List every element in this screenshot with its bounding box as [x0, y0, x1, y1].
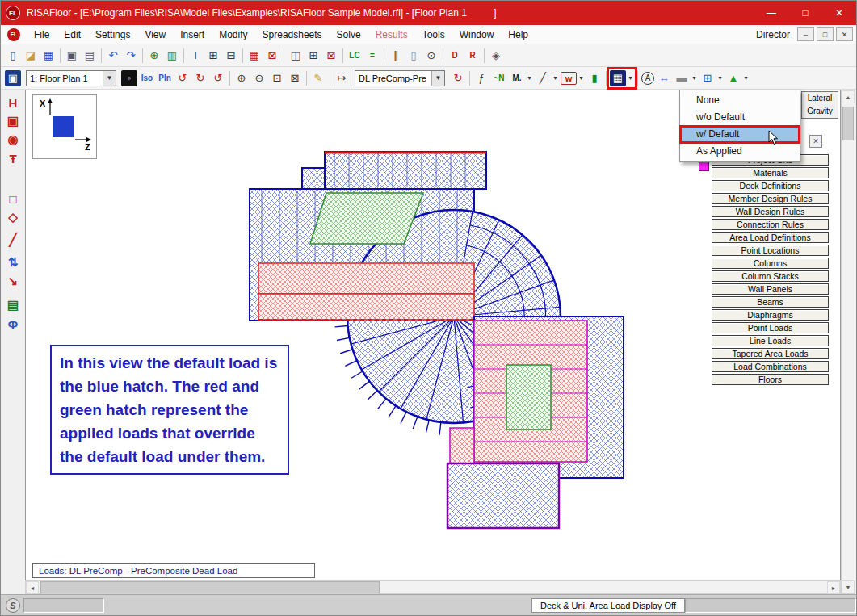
solve-bolt-icon[interactable]: ƒ [473, 70, 489, 86]
spreadsheet-delete-icon[interactable]: ⊠ [264, 48, 280, 64]
panel-item-diaphragms[interactable]: Diaphragms [712, 309, 829, 321]
pencil-icon[interactable]: ✎ [310, 70, 326, 86]
draw-beams-icon[interactable]: H [3, 94, 23, 111]
minimize-button[interactable]: — [754, 1, 788, 25]
moment-icon[interactable]: M.▾ [509, 70, 533, 86]
layers-icon[interactable]: ◈ [488, 48, 504, 64]
menu-view[interactable]: View [137, 27, 173, 43]
close-button[interactable]: ✕ [822, 1, 856, 25]
menu-insert[interactable]: Insert [173, 27, 212, 43]
dropdown-caret-icon[interactable]: ▾ [716, 74, 724, 82]
table-delete-icon[interactable]: ⊠ [323, 48, 339, 64]
panels-icon[interactable]: ⊞▾ [699, 70, 724, 86]
menu-edit[interactable]: Edit [57, 27, 88, 43]
zoom-extents-icon[interactable]: ⊠ [287, 70, 303, 86]
chevron-down-icon[interactable]: ▼ [431, 71, 444, 86]
window-a-icon[interactable]: ◫ [288, 48, 304, 64]
unbraced-n-icon[interactable]: ~N [491, 70, 507, 86]
panel-item-connection-rules[interactable]: Connection Rules [712, 219, 829, 230]
gradient-icon[interactable]: ▮ [586, 70, 603, 86]
rotate-right-icon[interactable]: ↻ [192, 70, 208, 86]
panel-item-area-load-definitions[interactable]: Area Load Definitions [712, 232, 829, 243]
draw-line-icon[interactable]: ╱ [3, 231, 23, 249]
new-file-icon[interactable]: ▯ [5, 48, 21, 64]
panel-item-columns[interactable]: Columns [712, 258, 829, 269]
scroll-down-button[interactable]: ▼ [842, 580, 855, 593]
menu-help[interactable]: Help [501, 27, 536, 43]
dropdown-caret-icon[interactable]: ▾ [526, 74, 533, 82]
section-grid-icon[interactable]: ⊞ [205, 48, 221, 64]
zoom-in-icon[interactable]: ⊕ [233, 70, 250, 86]
panel-item-deck-definitions[interactable]: Deck Definitions [712, 180, 829, 191]
menu-settings[interactable]: Settings [88, 27, 137, 43]
draw-footings-icon[interactable]: Ŧ [3, 149, 23, 167]
modify-move-icon[interactable]: ⇅ [3, 254, 23, 271]
menu-item-none[interactable]: None [680, 92, 800, 109]
maximize-button[interactable]: □ [788, 1, 822, 25]
draw-columns-icon[interactable]: ▣ [3, 112, 23, 130]
rotate-iso-icon[interactable]: ↺ [210, 70, 226, 86]
vertical-scrollbar[interactable]: ▲ ▼ [841, 90, 855, 594]
find-icon[interactable]: ⊙ [423, 48, 439, 64]
scroll-up-button[interactable]: ▲ [842, 90, 855, 103]
panel-item-member-design-rules[interactable]: Member Design Rules [712, 193, 829, 204]
zoom-out-icon[interactable]: ⊖ [251, 70, 267, 86]
dropdown-caret-icon[interactable]: ▾ [742, 74, 750, 82]
view-selector[interactable]: 1: Floor Plan 1 ▼ [26, 70, 116, 86]
render-icon[interactable]: ▲▾ [725, 70, 750, 86]
scroll-right-button[interactable]: ► [827, 581, 840, 594]
print-icon[interactable]: ▤ [82, 48, 98, 64]
panel-item-load-combinations[interactable]: Load Combinations [712, 361, 829, 372]
horizontal-scroll-thumb[interactable] [40, 581, 380, 593]
scroll-left-button[interactable]: ◄ [26, 581, 39, 594]
menu-tools[interactable]: Tools [415, 27, 452, 43]
diagonal-icon[interactable]: ╱▾ [535, 70, 559, 86]
ruler-icon[interactable]: ▬▾ [674, 70, 698, 86]
mdi-minimize-button[interactable]: ‒ [797, 27, 814, 41]
panel-item-point-locations[interactable]: Point Locations [712, 245, 829, 256]
panel-item-column-stacks[interactable]: Column Stacks [712, 270, 829, 282]
equals-icon[interactable]: = [364, 48, 380, 64]
copy-icon[interactable]: ▣ [64, 48, 80, 64]
modify-scale-icon[interactable]: ↘ [3, 272, 23, 290]
open-file-icon[interactable]: ◪ [23, 48, 39, 64]
panel-item-line-loads[interactable]: Line Loads [712, 335, 829, 346]
dropdown-caret-icon[interactable]: ▾ [578, 74, 585, 82]
refresh-icon[interactable]: ↻ [450, 70, 466, 86]
snap-to-line-icon[interactable]: ↦ [334, 70, 350, 86]
panel-item-wall-design-rules[interactable]: Wall Design Rules [712, 206, 829, 217]
menu-item-as-applied[interactable]: As Applied [680, 143, 800, 160]
area-load-display-icon[interactable]: ▦▾ [610, 70, 634, 86]
draw-deck-icon[interactable]: □ [3, 190, 23, 207]
plan-view-button[interactable]: Pln [157, 70, 173, 86]
save-icon[interactable]: ▦ [40, 48, 57, 64]
load-selector[interactable]: DL PreComp-Pre ▼ [355, 70, 445, 86]
detail-d-icon[interactable]: D [447, 48, 463, 64]
table-icon[interactable]: ⊞ [305, 48, 321, 64]
dimension-icon[interactable]: ↔ [656, 70, 672, 86]
ibeam-icon[interactable]: Ι [187, 48, 204, 64]
panel-item-floors[interactable]: Floors [712, 374, 829, 385]
view-mode-icon[interactable]: ▣ [5, 70, 21, 86]
report-icon[interactable]: ▯ [405, 48, 422, 64]
panel-item-beams[interactable]: Beams [712, 296, 829, 308]
panel-item-materials[interactable]: Materials [712, 167, 829, 178]
title-bar[interactable]: FL RISAFloor - [E:\Program Files\RISA\Mo… [1, 1, 856, 25]
draw-slab-edge-icon[interactable]: ◇ [3, 208, 23, 226]
menu-solve[interactable]: Solve [330, 27, 368, 43]
redo-icon[interactable]: ↷ [123, 48, 139, 64]
chevron-down-icon[interactable]: ▼ [103, 71, 116, 86]
vertical-scroll-thumb[interactable] [842, 107, 854, 140]
undo-icon[interactable]: ↶ [105, 48, 121, 64]
chart-icon[interactable]: ▥ [164, 48, 180, 64]
dropdown-caret-icon[interactable]: ▾ [552, 74, 559, 82]
dropdown-caret-icon[interactable]: ▾ [691, 74, 698, 82]
menu-window[interactable]: Window [452, 27, 502, 43]
menu-item-w-default[interactable]: w/ Default [680, 126, 800, 143]
draw-walls-icon[interactable]: ◉ [3, 131, 23, 149]
panel-item-wall-panels[interactable]: Wall Panels [712, 283, 829, 295]
director-label[interactable]: Director [756, 29, 790, 40]
rotate-left-icon[interactable]: ↺ [174, 70, 191, 86]
zoom-window-icon[interactable]: ⊡ [269, 70, 285, 86]
lateral-gravity-button[interactable]: Lateral Gravity [801, 91, 838, 119]
